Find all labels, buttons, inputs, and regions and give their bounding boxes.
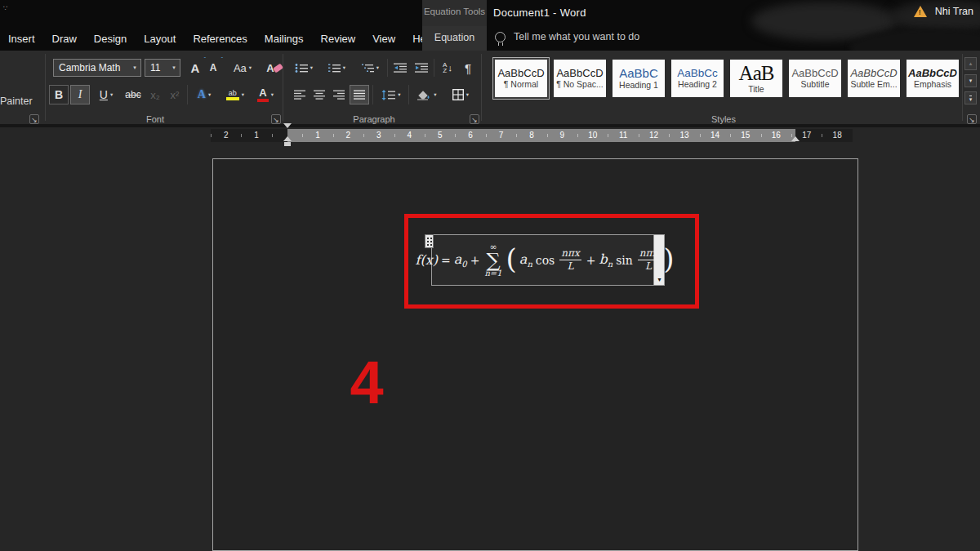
italic-button[interactable]: I [70, 85, 90, 104]
style-card[interactable]: AaB Title [728, 57, 785, 100]
chevron-down-icon[interactable]: ▾ [271, 91, 274, 98]
bold-button[interactable]: B [49, 85, 69, 104]
style-card-face: AaBbCcD ¶ Normal [495, 60, 547, 97]
chevron-down-icon[interactable]: ▾ [398, 91, 400, 98]
styles-dialog-launcher-icon[interactable]: ↘ [967, 114, 977, 124]
paragraph-dialog-launcher-icon[interactable]: ↘ [470, 114, 479, 124]
equation-box[interactable]: ▾ f(x) = a0 + ∞ ∑ n=1 ( an cos nπx L [431, 234, 665, 286]
chevron-down-icon[interactable]: ▾ [376, 64, 379, 71]
font-color-icon: A [257, 88, 269, 102]
ribbon: Painter ↘ Cambria Math ▾ 11 ▾ A ˆ A ˆ Aa… [0, 51, 980, 124]
decrease-indent-button[interactable] [390, 59, 410, 77]
chevron-down-icon[interactable]: ▾ [110, 91, 113, 98]
chevron-down-icon[interactable]: ▾ [343, 64, 345, 71]
ribbon-tab[interactable]: Layout [144, 31, 176, 47]
align-left-button[interactable] [291, 85, 309, 104]
style-preview: AaBbCcD [908, 68, 957, 78]
style-card[interactable]: AaBbCcD Subtitle [786, 57, 844, 100]
shrink-font-button[interactable]: A ˆ [205, 59, 221, 77]
eq-sin: sin [616, 254, 633, 267]
ribbon-tab[interactable]: Insert [8, 31, 35, 47]
align-right-button[interactable] [330, 85, 348, 104]
justify-icon [354, 90, 365, 100]
line-spacing-button[interactable]: ▾ [376, 85, 407, 104]
style-card[interactable]: AaBbCc Heading 2 [669, 57, 726, 100]
clipboard-dialog-launcher-icon[interactable]: ↘ [29, 114, 39, 124]
font-dialog-launcher-icon[interactable]: ↘ [271, 114, 281, 124]
ribbon-tab[interactable]: Mailings [265, 31, 304, 47]
font-size-combo[interactable]: 11 ▾ [145, 59, 180, 77]
bullets-button[interactable]: ▾ [291, 59, 317, 77]
show-hide-marks-button[interactable]: ¶ [459, 59, 477, 77]
style-preview: AaBbCc [677, 68, 718, 79]
equation-dropdown-icon[interactable]: ▾ [654, 276, 665, 283]
left-indent-marker[interactable] [284, 142, 291, 146]
eq-lhs: f(x) [416, 252, 438, 268]
quick-access-toolbar-icon[interactable]: ∵ [3, 4, 8, 12]
ribbon-tab[interactable]: View [372, 31, 395, 47]
strikethrough-button[interactable]: abc [121, 85, 145, 104]
highlighter-icon: ab [226, 90, 239, 100]
shading-button[interactable]: ▾ [412, 85, 443, 104]
ruler-number: 1 [241, 129, 271, 142]
superscript-button[interactable]: x² [165, 85, 185, 104]
first-line-indent-marker[interactable] [283, 123, 292, 128]
multilevel-list-button[interactable]: ▾ [356, 59, 384, 77]
gallery-more-button[interactable]: ▾ [964, 91, 977, 104]
grow-font-button[interactable]: A ˆ [186, 59, 204, 77]
ribbon-tab[interactable]: Design [94, 31, 127, 47]
equation-content[interactable]: f(x) = a0 + ∞ ∑ n=1 ( an cos nπx L + bn … [435, 235, 651, 285]
text-highlight-button[interactable]: ab ▾ [219, 85, 252, 104]
format-painter-label[interactable]: Painter [0, 96, 33, 107]
right-indent-marker[interactable] [791, 136, 800, 141]
style-preview: AaBbC [619, 67, 658, 79]
gallery-scroll-down-button[interactable]: ▾ [964, 74, 977, 87]
chevron-down-icon[interactable]: ▾ [129, 64, 140, 71]
numbering-button[interactable]: ▾ [323, 59, 350, 77]
ribbon-tab[interactable]: References [193, 31, 247, 47]
underline-button[interactable]: U ▾ [91, 85, 121, 104]
paragraph-group-label: Paragraph [317, 114, 431, 124]
highlight-color-bar [226, 97, 239, 100]
font-name-combo[interactable]: Cambria Math ▾ [53, 59, 141, 77]
justify-button[interactable] [350, 85, 369, 104]
hanging-indent-marker[interactable] [283, 136, 292, 141]
style-card[interactable]: AaBbCcD ¶ Normal [492, 57, 550, 100]
group-divider [481, 54, 482, 121]
group-divider [283, 54, 283, 121]
font-color-button[interactable]: A ▾ [250, 85, 281, 104]
ruler-number: 16 [761, 129, 791, 142]
chevron-down-icon[interactable]: ▾ [466, 91, 469, 98]
change-case-button[interactable]: Aa ▾ [229, 59, 256, 77]
clear-formatting-button[interactable]: A [260, 59, 281, 77]
ribbon-tab[interactable]: Draw [52, 31, 77, 47]
chevron-down-icon[interactable]: ▾ [208, 91, 211, 98]
style-card[interactable]: AaBbC Heading 1 [610, 57, 667, 100]
equation-tools-contextual-panel: Equation Tools Equation [422, 0, 487, 51]
style-card[interactable]: AaBbCcD Emphasis [904, 57, 961, 100]
tab-equation[interactable]: Equation [422, 26, 487, 51]
increase-indent-button[interactable] [412, 59, 431, 77]
account-area[interactable]: ! Nhi Tran [914, 6, 973, 17]
gallery-scroll-up-button[interactable]: ▴ [964, 57, 977, 70]
align-center-button[interactable] [310, 85, 328, 104]
chevron-down-icon[interactable]: ▾ [310, 64, 313, 71]
style-card[interactable]: AaBbCcD ¶ No Spac... [551, 57, 608, 100]
chevron-down-icon[interactable]: ▾ [168, 64, 180, 71]
subscript-button[interactable]: x₂ [145, 85, 165, 104]
close-paren: ) [663, 248, 674, 270]
borders-button[interactable]: ▾ [444, 85, 477, 104]
word-window: ∵ Document1 - Word Insert Draw Design La… [0, 0, 980, 551]
style-card[interactable]: AaBbCcD Subtle Em... [845, 57, 902, 100]
styles-gallery: AaBbCcD ¶ Normal AaBbCcD ¶ No Spac... Aa… [492, 57, 961, 100]
sort-button[interactable]: A Z ↓ [437, 59, 458, 77]
equation-drag-handle-icon[interactable] [425, 234, 434, 248]
annotation-number: 4 [343, 353, 390, 413]
user-name: Nhi Tran [935, 6, 973, 17]
chevron-down-icon[interactable]: ▾ [434, 91, 436, 98]
text-effects-button[interactable]: A ▾ [189, 85, 219, 104]
ribbon-tab[interactable]: Review [321, 31, 356, 47]
chevron-down-icon[interactable]: ▾ [242, 91, 244, 98]
tell-me-box[interactable]: Tell me what you want to do [495, 31, 639, 42]
eq-a0: a0 [454, 251, 467, 269]
